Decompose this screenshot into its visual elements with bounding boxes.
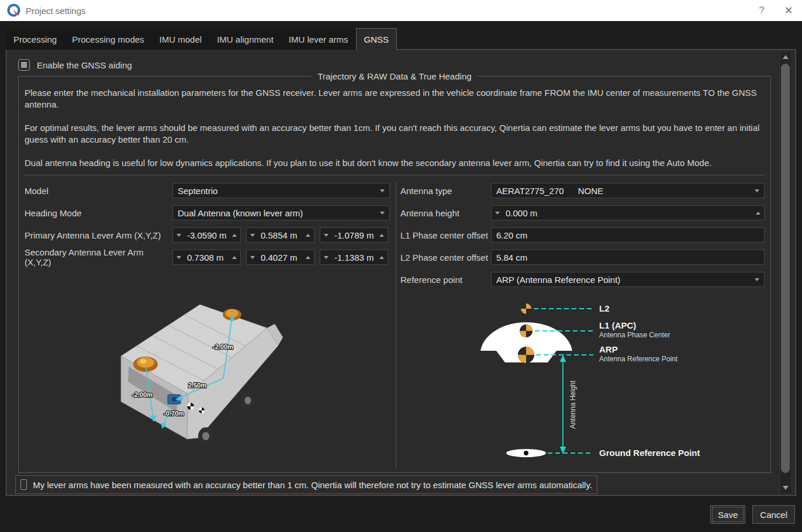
target-marker-small <box>187 403 194 410</box>
model-dropdown[interactable]: Septentrio <box>172 183 390 198</box>
secondary-x-spinbox[interactable]: 0.7308 m <box>172 250 241 265</box>
spin-up-icon[interactable] <box>379 256 384 259</box>
arp-marker-icon <box>518 347 534 363</box>
tab-gnss[interactable]: GNSS <box>356 28 397 50</box>
vertical-scrollbar[interactable] <box>779 52 791 493</box>
ground-label: Ground Reference Point <box>599 448 700 458</box>
heading-mode-dropdown[interactable]: Dual Antenna (known lever arm) <box>172 205 390 220</box>
heading-mode-row: Heading Mode Dual Antenna (known lever a… <box>25 205 390 220</box>
antenna-type-value: AERAT2775_270 <box>496 186 564 196</box>
spin-down-icon[interactable] <box>250 256 255 259</box>
l1-offset-label: L1 Phase center offset <box>400 230 491 240</box>
target-marker-small <box>199 407 205 413</box>
antenna-height-value[interactable]: 0.000 m <box>503 208 752 218</box>
spin-up-icon[interactable] <box>232 256 237 259</box>
antenna-type-label: Antenna type <box>400 186 491 196</box>
van-measure-label-rear: -2.00m <box>132 391 153 398</box>
leader-lines <box>534 309 593 453</box>
antenna-type-row: Antenna type AERAT2775_270NONE <box>400 183 765 198</box>
close-button[interactable]: ✕ <box>775 0 802 21</box>
tab-imu-model[interactable]: IMU model <box>152 29 210 50</box>
primary-lever-arm-row: Primary Antenna Lever Arm (X,Y,Z) -3.059… <box>25 227 390 243</box>
secondary-antenna-marker <box>133 357 158 372</box>
spin-down-icon[interactable] <box>177 256 181 259</box>
instructions-paragraph-1: Please enter the mechanical installation… <box>25 87 765 110</box>
spin-up-icon[interactable] <box>306 234 310 237</box>
secondary-lever-arm-row: Secondary Antenna Lever Arm (X,Y,Z) 0.73… <box>25 250 390 265</box>
reference-point-label: Reference point <box>400 275 491 285</box>
spin-up-icon[interactable] <box>379 234 384 237</box>
spin-up-icon[interactable] <box>306 256 310 259</box>
qinertia-logo-icon <box>7 4 21 18</box>
l1-marker-icon <box>520 324 533 337</box>
tab-imu-lever-arms[interactable]: IMU lever arms <box>281 29 356 50</box>
tab-bar: Processing Processing modes IMU model IM… <box>6 21 397 50</box>
spin-up-icon[interactable] <box>756 212 760 215</box>
antenna-height-row: Antenna height 0.000 m <box>400 205 765 220</box>
primary-y-spinbox[interactable]: 0.5854 m <box>246 227 314 243</box>
antenna-height-spinbox[interactable]: 0.000 m <box>491 205 765 220</box>
l1-label: L1 (APC) <box>599 320 636 330</box>
reference-point-row: Reference point ARP (Antenna Reference P… <box>400 272 765 287</box>
reference-point-dropdown[interactable]: ARP (Antenna Reference Point) <box>491 272 765 287</box>
spin-down-icon[interactable] <box>177 234 181 237</box>
spin-down-icon[interactable] <box>250 234 255 237</box>
antenna-height-arrow <box>561 356 565 452</box>
primary-x-spinbox[interactable]: -3.0590 m <box>172 227 241 243</box>
secondary-y-value[interactable]: 0.4027 m <box>258 253 302 262</box>
scroll-up-icon[interactable] <box>783 55 789 59</box>
enable-gnss-row[interactable]: Enable the GNSS aiding <box>18 59 132 71</box>
chevron-down-icon <box>380 189 385 192</box>
enable-gnss-checkbox[interactable] <box>18 59 30 71</box>
van-measure-label-imu: -0.70m <box>164 410 184 417</box>
tab-processing-modes[interactable]: Processing modes <box>64 29 151 50</box>
cancel-button[interactable]: Cancel <box>752 505 795 524</box>
van-measure-label-front: -2.00m <box>213 343 233 350</box>
l2-offset-value: 5.84 cm <box>496 253 527 262</box>
l2-offset-label: L2 Phase center offset <box>400 253 491 262</box>
secondary-y-spinbox[interactable]: 0.4027 m <box>246 250 314 265</box>
primary-z-value[interactable]: -1.0789 m <box>332 230 376 240</box>
instructions-paragraph-3: Dual antenna heading is useful for low d… <box>25 157 765 169</box>
heading-mode-label: Heading Mode <box>25 208 172 218</box>
accuracy-checkbox-label: My lever arms have been measured with an… <box>33 480 592 490</box>
l2-offset-field[interactable]: 5.84 cm <box>491 250 765 265</box>
trajectory-groupbox: Trajectory & RAW Data & True Heading Ple… <box>18 76 771 473</box>
instructions-text: Please enter the mechanical installation… <box>25 87 765 181</box>
secondary-z-value[interactable]: -1.1383 m <box>332 253 376 262</box>
help-button[interactable]: ? <box>748 0 775 21</box>
l1-offset-field[interactable]: 6.20 cm <box>491 227 765 243</box>
window-title: Project settings <box>26 6 86 16</box>
tab-imu-alignment[interactable]: IMU alignment <box>209 29 281 50</box>
scroll-down-icon[interactable] <box>783 486 789 490</box>
scrollbar-thumb[interactable] <box>781 64 790 473</box>
secondary-z-spinbox[interactable]: -1.1383 m <box>320 250 388 265</box>
van-measure-label-diagonal: 2.50m <box>188 382 206 389</box>
titlebar: Project settings ? ✕ <box>0 0 802 21</box>
heading-mode-value: Dual Antenna (known lever arm) <box>178 208 303 218</box>
column-divider <box>396 182 396 468</box>
horizontal-separator <box>25 175 765 175</box>
save-button[interactable]: Save <box>710 505 745 524</box>
l1-offset-value: 6.20 cm <box>496 230 527 240</box>
spin-down-icon[interactable] <box>324 256 329 259</box>
secondary-lever-arm-label: Secondary Antenna Lever Arm (X,Y,Z) <box>25 247 172 267</box>
secondary-x-value[interactable]: 0.7308 m <box>185 253 229 262</box>
model-value: Septentrio <box>178 186 217 196</box>
antenna-type-dropdown[interactable]: AERAT2775_270NONE <box>491 183 765 198</box>
spin-down-icon[interactable] <box>495 212 500 215</box>
primary-lever-arm-label: Primary Antenna Lever Arm (X,Y,Z) <box>25 230 172 240</box>
primary-z-spinbox[interactable]: -1.0789 m <box>320 227 388 243</box>
l2-marker-icon <box>521 303 531 314</box>
accuracy-checkbox[interactable] <box>20 479 27 490</box>
primary-x-value[interactable]: -3.0590 m <box>185 230 229 240</box>
chevron-down-icon <box>755 278 759 281</box>
tab-processing[interactable]: Processing <box>6 29 64 50</box>
accuracy-confirmation-row[interactable]: My lever arms have been measured with an… <box>15 475 597 494</box>
model-label: Model <box>25 186 172 196</box>
spin-down-icon[interactable] <box>324 234 329 237</box>
spin-up-icon[interactable] <box>232 234 237 237</box>
gnss-settings-panel: Enable the GNSS aiding Trajectory & RAW … <box>6 49 796 496</box>
primary-y-value[interactable]: 0.5854 m <box>258 230 302 240</box>
reference-point-value: ARP (Antenna Reference Point) <box>496 275 620 285</box>
